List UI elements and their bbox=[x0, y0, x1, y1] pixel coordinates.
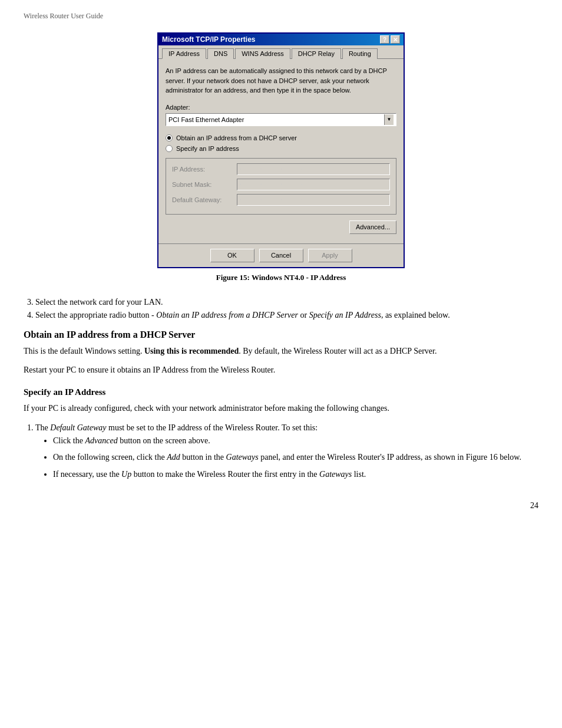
figure-caption: Figure 15: Windows NT4.0 - IP Address bbox=[216, 273, 346, 282]
help-button[interactable]: ? bbox=[380, 35, 389, 44]
advanced-row: Advanced... bbox=[166, 220, 396, 234]
step-3: Select the network card for your LAN. bbox=[35, 298, 538, 307]
dialog-tabs: IP Address DNS WINS Address DHCP Relay R… bbox=[158, 45, 404, 59]
specify-group: IP Address: · · · · Subnet Mask: · · · ·… bbox=[166, 158, 396, 215]
adapter-value: PCI Fast Ethernet Adapter bbox=[168, 116, 244, 123]
bullet-2: On the following screen, click the Add b… bbox=[53, 451, 538, 464]
dialog-body: An IP address can be automatically assig… bbox=[158, 59, 404, 243]
section2-para1: If your PC is already configured, check … bbox=[24, 402, 538, 415]
radio-dhcp-row: Obtain an IP address from a DHCP server bbox=[166, 134, 396, 141]
close-button[interactable]: ✕ bbox=[391, 35, 400, 44]
dialog-wrapper: Microsoft TCP/IP Properties ? ✕ IP Addre… bbox=[24, 32, 538, 292]
radio-dhcp-label[interactable]: Obtain an IP address from a DHCP server bbox=[176, 134, 297, 141]
tab-routing[interactable]: Routing bbox=[342, 48, 378, 59]
section1-para2: Restart your PC to ensure it obtains an … bbox=[24, 364, 538, 377]
section1-para1: This is the default Windows setting. Usi… bbox=[24, 345, 538, 358]
description-text: An IP address can be automatically assig… bbox=[166, 66, 396, 95]
apply-button[interactable]: Apply bbox=[308, 249, 352, 262]
dialog-title: Microsoft TCP/IP Properties bbox=[162, 35, 255, 44]
titlebar-controls: ? ✕ bbox=[380, 35, 400, 44]
radio-specify[interactable] bbox=[166, 145, 173, 152]
tcp-ip-dialog: Microsoft TCP/IP Properties ? ✕ IP Addre… bbox=[157, 32, 405, 268]
tab-wins-address[interactable]: WINS Address bbox=[235, 48, 290, 59]
default-gateway-input[interactable]: · · · · bbox=[237, 194, 390, 206]
bullet-1: Click the Advanced button on the screen … bbox=[53, 434, 538, 447]
section1-heading: Obtain an IP address from a DHCP Server bbox=[24, 330, 538, 340]
default-gateway-label: Default Gateway: bbox=[172, 196, 237, 203]
ip-address-input[interactable]: · · · · bbox=[237, 163, 390, 175]
steps-list: Select the network card for your LAN. Se… bbox=[35, 298, 538, 320]
bullet-list: Click the Advanced button on the screen … bbox=[53, 434, 538, 481]
tab-ip-address[interactable]: IP Address bbox=[162, 48, 206, 59]
advanced-button[interactable]: Advanced... bbox=[349, 220, 396, 234]
subnet-mask-label: Subnet Mask: bbox=[172, 181, 237, 188]
radio-section: Obtain an IP address from a DHCP server … bbox=[166, 134, 396, 152]
page-header: Wireless Router User Guide bbox=[24, 12, 538, 21]
radio-specify-label[interactable]: Specify an IP address bbox=[176, 145, 239, 152]
adapter-label: Adapter: bbox=[166, 104, 396, 111]
cancel-button[interactable]: Cancel bbox=[259, 249, 303, 262]
tab-dns[interactable]: DNS bbox=[207, 48, 234, 59]
numbered-item-1: The Default Gateway must be set to the I… bbox=[35, 421, 538, 482]
default-gateway-row: Default Gateway: · · · · bbox=[172, 194, 390, 206]
bullet-3: If necessary, use the Up button to make … bbox=[53, 468, 538, 481]
dialog-footer: OK Cancel Apply bbox=[158, 243, 404, 267]
section2-numbered: The Default Gateway must be set to the I… bbox=[35, 421, 538, 482]
adapter-dropdown[interactable]: PCI Fast Ethernet Adapter ▼ bbox=[166, 113, 396, 126]
ip-address-label: IP Address: bbox=[172, 166, 237, 173]
ip-address-row: IP Address: · · · · bbox=[172, 163, 390, 175]
radio-specify-row: Specify an IP address bbox=[166, 145, 396, 152]
page-footer: 24 bbox=[24, 487, 538, 510]
subnet-mask-input[interactable]: · · · · bbox=[237, 179, 390, 190]
ok-button[interactable]: OK bbox=[210, 249, 254, 262]
dialog-titlebar: Microsoft TCP/IP Properties ? ✕ bbox=[158, 34, 404, 45]
subnet-mask-row: Subnet Mask: · · · · bbox=[172, 179, 390, 190]
radio-dhcp[interactable] bbox=[166, 134, 173, 141]
page-number: 24 bbox=[530, 501, 538, 510]
dropdown-arrow-icon[interactable]: ▼ bbox=[384, 114, 394, 125]
tab-dhcp-relay[interactable]: DHCP Relay bbox=[292, 48, 341, 59]
section2-heading: Specify an IP Address bbox=[24, 387, 538, 397]
step-4: Select the appropriate radio button - Ob… bbox=[35, 311, 538, 320]
